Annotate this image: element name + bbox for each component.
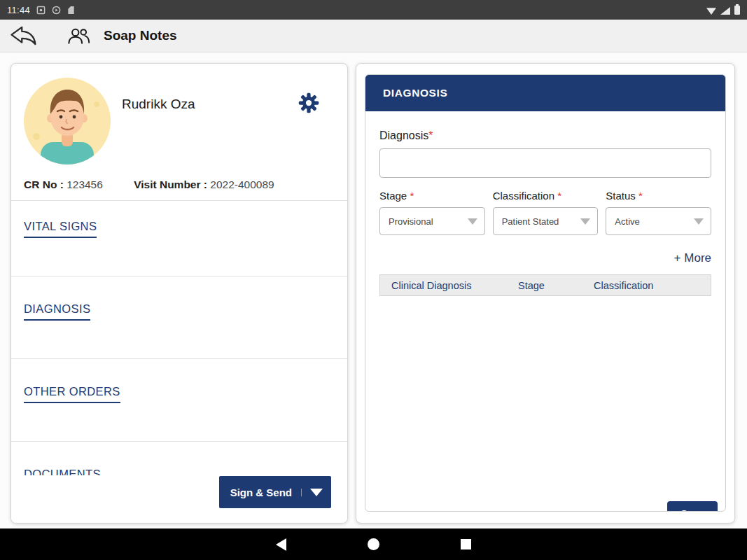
wifi-icon (706, 7, 716, 15)
nav-home-icon[interactable] (368, 538, 379, 550)
chevron-down-icon (580, 218, 590, 225)
classification-label-text: Classification (493, 190, 554, 202)
diagnosis-panel: DIAGNOSIS Diagnosis* Stage * Classificat… (365, 74, 726, 512)
gear-icon[interactable] (298, 92, 319, 113)
status-label-text: Status (606, 190, 636, 202)
android-nav-bar (0, 528, 747, 560)
section-label-vital-signs[interactable]: VITAL SIGNS (24, 220, 97, 238)
chevron-down-icon (694, 218, 704, 225)
status-bar: 11:44 (0, 0, 747, 20)
section-nav: VITAL SIGNS DIAGNOSIS OTHER ORDERS DOCUM… (11, 200, 347, 523)
patient-name: Rudrikk Oza (122, 97, 195, 112)
chevron-down-icon (468, 218, 477, 225)
cr-no-label: CR No : (24, 178, 64, 190)
table-header-classification: Classification (594, 280, 711, 291)
save-button[interactable]: Save (667, 501, 718, 512)
classification-select-value: Patient Stated (502, 216, 559, 227)
patient-card-footer: Sign & Send (11, 475, 347, 523)
stage-label: Stage * (379, 190, 485, 202)
status-select[interactable]: Active (606, 207, 711, 235)
play-store-icon (52, 6, 61, 15)
diagnosis-label-text: Diagnosis (379, 130, 428, 141)
visit-number-label: Visit Number : (134, 178, 207, 190)
required-marker: * (428, 130, 433, 141)
app-header: Soap Notes (0, 20, 747, 52)
more-link[interactable]: + More (379, 251, 711, 265)
screen: 11:44 (0, 0, 747, 560)
nav-back-icon[interactable] (276, 538, 286, 551)
required-marker: * (410, 190, 414, 202)
section-label-other-orders[interactable]: OTHER ORDERS (24, 385, 120, 403)
diagnosis-input[interactable] (379, 148, 711, 178)
classification-label: Classification * (493, 190, 599, 202)
visit-number-value: 2022-400089 (210, 178, 274, 190)
diagnosis-card: DIAGNOSIS Diagnosis* Stage * Classificat… (356, 63, 735, 524)
page-title: Soap Notes (104, 28, 177, 43)
table-header-clinical-diagnosis: Clinical Diagnosis (380, 280, 518, 291)
screenshot-icon (36, 6, 46, 15)
cr-no-value: 123456 (67, 178, 103, 190)
diagnosis-field-label: Diagnosis* (379, 130, 711, 142)
stage-select-value: Provisional (389, 216, 433, 227)
classification-select[interactable]: Patient Stated (493, 207, 599, 235)
diagnosis-panel-title: DIAGNOSIS (383, 87, 447, 99)
sim-card-icon (67, 6, 75, 15)
cell-signal-icon (720, 7, 730, 15)
diagnosis-panel-header: DIAGNOSIS (365, 75, 725, 111)
required-marker: * (557, 190, 561, 202)
required-marker: * (638, 190, 643, 202)
patients-icon (67, 27, 90, 46)
diagnosis-table-header: Clinical Diagnosis Stage Classification (379, 274, 711, 296)
section-other-orders[interactable]: OTHER ORDERS (11, 359, 347, 442)
stage-select[interactable]: Provisional (379, 207, 485, 235)
section-vital-signs[interactable]: VITAL SIGNS (11, 201, 347, 276)
content-area: Rudrikk Oza CR No : 123456 Visit Number (0, 52, 747, 528)
sign-and-send-button[interactable]: Sign & Send (219, 476, 331, 508)
nav-recents-icon[interactable] (461, 539, 471, 550)
stage-label-text: Stage (379, 190, 407, 202)
clock: 11:44 (7, 5, 30, 15)
patient-avatar (24, 78, 111, 164)
sign-and-send-label: Sign & Send (230, 486, 292, 498)
section-label-diagnosis[interactable]: DIAGNOSIS (24, 302, 90, 321)
table-header-stage: Stage (518, 280, 594, 291)
diagnosis-panel-body: Diagnosis* Stage * Classification * Stat… (365, 130, 725, 512)
battery-icon (734, 6, 740, 15)
status-select-value: Active (615, 216, 639, 227)
back-arrow-icon[interactable] (8, 25, 38, 46)
patient-identifiers: CR No : 123456 Visit Number : 2022-40008… (24, 178, 274, 191)
status-label: Status * (606, 190, 711, 202)
section-diagnosis[interactable]: DIAGNOSIS (11, 276, 347, 359)
patient-card: Rudrikk Oza CR No : 123456 Visit Number (11, 63, 348, 524)
sign-and-send-dropdown[interactable] (301, 489, 323, 496)
chevron-down-icon (310, 489, 323, 496)
